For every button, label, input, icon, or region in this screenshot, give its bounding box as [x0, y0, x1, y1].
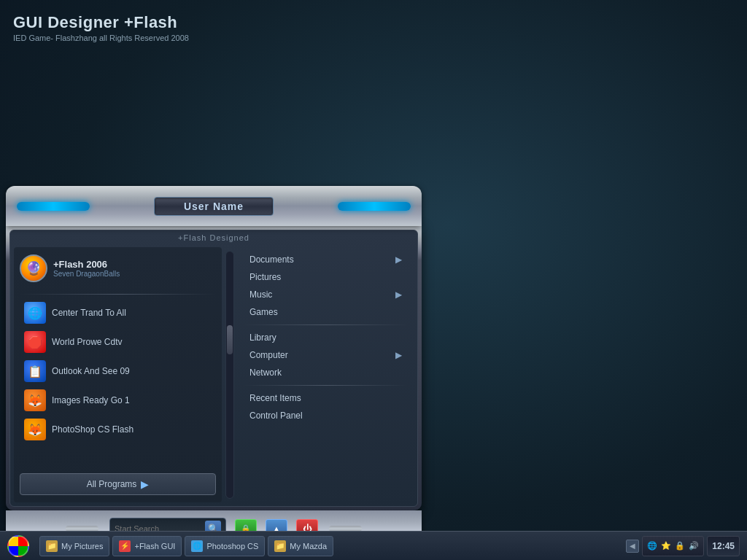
tray-icon-network[interactable]: 🌐 [646, 540, 658, 552]
menu-item-label: Control Panel [249, 411, 303, 421]
clock: 12:45 [707, 536, 740, 556]
taskbar-item-label: +Flash GUI [134, 542, 175, 551]
menu-item-label: Games [249, 307, 278, 317]
scroll-thumb [227, 325, 233, 354]
flash-designed-label: +Flash Designed [10, 230, 417, 244]
desktop: GUI Designer +Flash IED Game- Flashzhang… [0, 0, 747, 560]
taskbar: 📁 My Pictures ⚡ +Flash GUI 🌐 Photoshop C… [0, 531, 747, 560]
system-tray: ◀ 🌐 ⭐ 🔒 🔊 12:45 [626, 536, 744, 556]
tray-icons: 🌐 ⭐ 🔒 🔊 [642, 536, 704, 556]
app-title-block: GUI Designer +Flash IED Game- Flashzhang… [13, 13, 189, 42]
tray-nav-left[interactable]: ◀ [626, 540, 639, 553]
app-title: GUI Designer +Flash [13, 13, 189, 32]
taskbar-item-label: Photoshop CS [206, 542, 258, 551]
app-label: World Prowe Cdtv [52, 337, 122, 347]
menu-item-library[interactable]: Library [244, 329, 408, 346]
menu-item-label: Network [249, 368, 282, 378]
user-name: +Flash 2006 [53, 259, 120, 270]
tray-icon-security[interactable]: 🔒 [674, 540, 686, 552]
menu-item-label: Documents [249, 254, 294, 265]
menu-item-games[interactable]: Games [244, 303, 408, 321]
menu-item-music[interactable]: Music ▶ [244, 286, 408, 303]
menu-item-documents[interactable]: Documents ▶ [244, 251, 408, 268]
user-info: +Flash 2006 Seven DragaonBalls [53, 259, 120, 278]
scrollbar[interactable] [225, 251, 234, 499]
taskbar-icon-photoshop: 🌐 [191, 540, 203, 552]
arrow-icon: ▶ [395, 289, 402, 300]
right-divider-2 [244, 385, 408, 386]
menu-item-network[interactable]: Network [244, 364, 408, 381]
taskbar-item-label: My Mazda [290, 542, 327, 551]
divider-1 [20, 294, 216, 295]
left-column: 🔮 +Flash 2006 Seven DragaonBalls 🌐 [14, 247, 222, 502]
taskbar-item-label: My Pictures [61, 542, 103, 551]
tray-icon-audio[interactable]: 🔊 [688, 540, 700, 552]
start-logo[interactable] [3, 534, 34, 559]
app-label: Outlook And See 09 [52, 366, 130, 376]
right-column: Documents ▶ Pictures Music ▶ Games [238, 247, 414, 502]
app-icon-red: 🛑 [24, 331, 46, 353]
menu-item-label: Recent Items [249, 393, 301, 403]
app-icon-outlook: 📋 [24, 360, 46, 382]
right-divider-1 [244, 324, 408, 325]
taskbar-item-pictures[interactable]: 📁 My Pictures [39, 536, 109, 556]
list-item[interactable]: 🦊 Images Ready Go 1 [20, 386, 216, 414]
menu-item-computer[interactable]: Computer ▶ [244, 346, 408, 364]
menu-item-label: Pictures [249, 272, 281, 282]
taskbar-icon-flash: ⚡ [119, 540, 131, 552]
app-label: PhotoShop CS Flash [52, 424, 133, 435]
list-item[interactable]: 🦊 PhotoShop CS Flash [20, 416, 216, 443]
all-programs-label: All Programs [87, 479, 137, 489]
menu-item-label: Computer [249, 350, 288, 360]
user-subtitle: Seven DragaonBalls [53, 270, 120, 278]
app-label: Center Trand To All [52, 308, 126, 318]
start-menu: User Name +Flash Designed 🔮 +Flash 2006 … [6, 186, 422, 547]
app-icon-globe: 🌐 [24, 302, 46, 324]
menu-item-control-panel[interactable]: Control Panel [244, 407, 408, 424]
arrow-icon: ▶ [395, 254, 402, 265]
taskbar-icon-folder2: 📁 [274, 540, 286, 552]
start-logo-icon [7, 535, 29, 557]
app-label: Images Ready Go 1 [52, 395, 130, 405]
menu-item-label: Music [249, 289, 272, 300]
panel-content: 🔮 +Flash 2006 Seven DragaonBalls 🌐 [10, 244, 417, 506]
app-icon-orange: 🦊 [24, 389, 46, 411]
username-display: User Name [154, 197, 274, 216]
list-item[interactable]: 📋 Outlook And See 09 [20, 357, 216, 385]
menu-item-pictures[interactable]: Pictures [244, 268, 408, 286]
taskbar-item-photoshop[interactable]: 🌐 Photoshop CS [185, 536, 265, 556]
arrow-icon: ▶ [395, 350, 402, 360]
app-subtitle: IED Game- Flashzhang all Rights Reserved… [13, 34, 189, 42]
arrow-right-icon: ▶ [141, 478, 149, 490]
menu-item-label: Library [249, 332, 276, 343]
panel-body: +Flash Designed 🔮 +Flash 2006 Seven Drag… [6, 226, 422, 510]
avatar: 🔮 [20, 254, 47, 282]
list-item[interactable]: 🌐 Center Trand To All [20, 299, 216, 327]
taskbar-item-flash-gui[interactable]: ⚡ +Flash GUI [112, 536, 182, 556]
user-profile: 🔮 +Flash 2006 Seven DragaonBalls [20, 254, 216, 282]
all-programs-button[interactable]: All Programs ▶ [20, 473, 216, 495]
list-item[interactable]: 🛑 World Prowe Cdtv [20, 328, 216, 356]
menu-item-recent-items[interactable]: Recent Items [244, 389, 408, 407]
taskbar-icon-folder: 📁 [46, 540, 58, 552]
app-icon-photoshop: 🦊 [24, 419, 46, 440]
app-list: 🌐 Center Trand To All 🛑 World Prowe Cdtv… [20, 299, 216, 467]
taskbar-item-mazda[interactable]: 📁 My Mazda [268, 536, 333, 556]
top-chrome: User Name [6, 186, 422, 226]
panel-inner: +Flash Designed 🔮 +Flash 2006 Seven Drag… [9, 230, 418, 507]
tray-icon-star[interactable]: ⭐ [660, 540, 672, 552]
